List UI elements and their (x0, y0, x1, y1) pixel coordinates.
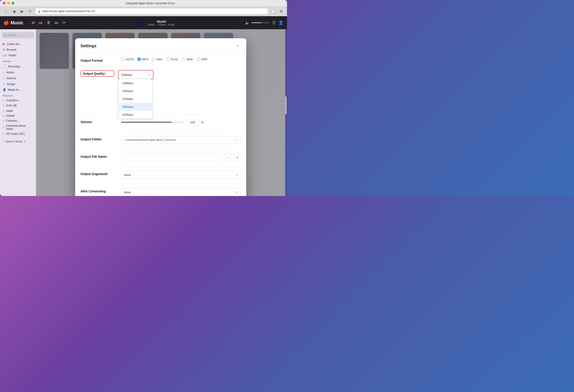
volume-row: Volume: 100 % (81, 119, 241, 127)
transport-controls: ⇄ ⏮ ⏸ ⏭ ⟳ (31, 19, 67, 27)
sidebar-label-artists: Artists (6, 71, 14, 74)
browser-settings-button[interactable]: ⚙ (278, 8, 284, 14)
format-auto-option[interactable]: AUTO (121, 57, 134, 61)
sidebar-label-albums: Albums (6, 77, 16, 80)
quality-selected-value: 256kbps (121, 73, 132, 77)
search-box[interactable]: 🔍 Search (2, 32, 34, 38)
sidebar-item-listen-now[interactable]: ▶ Listen No... (0, 41, 36, 47)
output-format-label: Output Format: (81, 57, 121, 62)
format-mp3-radio[interactable] (137, 57, 141, 61)
sidebar-item-christmas[interactable]: ≡ Christma... (0, 118, 36, 123)
playlist-icon[interactable]: ☰ (272, 20, 276, 25)
format-aac-option[interactable]: AAC (152, 57, 163, 61)
sidebar-item-songs[interactable]: ♫ Songs (0, 81, 36, 87)
shuffle-button[interactable]: ⇄ (31, 19, 36, 26)
output-folder-label: Output Folder: (81, 136, 121, 141)
volume-fill (251, 22, 261, 23)
music-logo: 🍎 Music (4, 20, 23, 25)
format-aac-radio[interactable] (152, 57, 155, 61)
after-converting-select[interactable]: None ∨ (121, 188, 241, 196)
sidebar-item-audiobooks[interactable]: ≡ AudioBoo... (0, 98, 36, 103)
playlists-label: Playlists (0, 93, 36, 98)
prev-button[interactable]: ⏮ (38, 20, 43, 26)
track-title: Skyfall (148, 20, 175, 23)
output-quality-control: 256kbps ∨ 128kbps 192kbps 224kbps (118, 70, 241, 79)
sidebar-label-japanese: 日本の歌 (6, 104, 17, 108)
home-button[interactable]: ⌂ (3, 8, 9, 14)
format-flac-radio[interactable] (166, 57, 170, 61)
minimize-button[interactable] (7, 2, 10, 4)
quality-option-224[interactable]: 224kbps (119, 95, 152, 103)
modal-close-button[interactable]: × (235, 43, 241, 49)
quality-dropdown-highlight: 256kbps ∨ (118, 70, 154, 79)
sidebar-item-artists[interactable]: ♪ Artists (0, 69, 36, 75)
address-bar[interactable]: 🔒 https://music.apple.com/us/browse?l=en… (35, 8, 268, 14)
output-organized-select[interactable]: None ∨ (121, 171, 241, 179)
format-wav-option[interactable]: WAV (182, 57, 193, 61)
back-button[interactable]: ◀ (11, 8, 17, 14)
format-auto-radio[interactable] (121, 57, 125, 61)
track-info: Skyfall Adele — Skyfall - Single (148, 20, 175, 26)
format-mp3-option[interactable]: MP3 (137, 57, 148, 61)
folder-browse-button[interactable]: ··· (234, 136, 241, 144)
sidebar-label-made-for: Made fo... (8, 88, 21, 91)
next-button[interactable]: ⏭ (54, 20, 60, 26)
right-scrollbar[interactable] (285, 29, 287, 196)
organized-chevron-icon: ∨ (236, 173, 238, 176)
volume-value[interactable]: 100 (186, 119, 199, 126)
volume-slider-fill (121, 122, 171, 123)
format-wav-radio[interactable] (182, 57, 185, 61)
output-filename-control: ← ∨ (121, 154, 241, 161)
filename-input[interactable] (121, 154, 223, 161)
organized-divider (81, 166, 241, 166)
sidebar-item-christmas-video[interactable]: ≡ Christmas Music Video (0, 123, 36, 131)
history-button[interactable]: 🕐 (270, 8, 276, 14)
maximize-button[interactable] (12, 2, 14, 4)
folder-path-input[interactable]: .../cuments/Ukeysoft Apple Music Convert… (121, 136, 232, 144)
repeat-button[interactable]: ⟳ (62, 19, 67, 26)
songs-icon: ♫ (3, 82, 5, 86)
adele-icon: ≡ (3, 109, 4, 113)
sidebar-item-akb48[interactable]: ≡ AKB48 (0, 113, 36, 118)
sidebar-item-japanese[interactable]: ≡ 日本の歌 (0, 103, 36, 108)
search-placeholder: Search (8, 34, 17, 37)
forward-button[interactable]: ▶ (19, 8, 25, 14)
format-aiff-option[interactable]: AIFF (197, 57, 207, 61)
format-mp3-label: MP3 (142, 58, 148, 61)
output-filename-label: Output File Name: (81, 154, 121, 158)
quality-option-320[interactable]: 320kbps (119, 111, 152, 118)
quality-select[interactable]: 256kbps ∨ (119, 71, 153, 78)
recently-icon: 🕐 (3, 65, 6, 68)
sidebar-item-recently[interactable]: 🕐 Recently... (0, 63, 36, 69)
open-in-music[interactable]: ♪ Open in Music ↗ (0, 138, 36, 145)
close-button[interactable] (3, 2, 5, 4)
volume-area: 🔈 (245, 21, 269, 25)
sidebar-item-radio[interactable]: ((•)) Radio (0, 52, 36, 58)
sidebar-item-adele[interactable]: ≡ Adele (0, 108, 36, 113)
volume-slider[interactable] (251, 22, 269, 23)
sidebar-item-made-for[interactable]: 👤 Made fo... (0, 87, 36, 93)
window-title: Ukeysoft Apple Music Converter 8.6.6 (16, 1, 284, 5)
output-format-row: Output Format: AUTO (81, 57, 241, 65)
refresh-button[interactable]: ↻ (27, 8, 33, 14)
sidebar-item-browse[interactable]: ⊞ Browse (0, 47, 36, 52)
quality-option-192[interactable]: 192kbps (119, 87, 152, 95)
quality-option-256[interactable]: 256kbps (119, 103, 152, 111)
filename-arrow-button[interactable]: ∨ (234, 154, 241, 161)
sidebar-item-hit-tracks[interactable]: ≡ Hit Tracks 2021 (0, 131, 36, 136)
after-converting-value: None (124, 191, 131, 194)
quality-option-128[interactable]: 128kbps (119, 79, 152, 87)
artists-icon: ♪ (3, 70, 4, 74)
filename-back-button[interactable]: ← (225, 154, 232, 161)
title-bar: Ukeysoft Apple Music Converter 8.6.6 (0, 0, 287, 6)
christmas-icon: ≡ (3, 119, 4, 122)
user-avatar-icon[interactable]: 👤 (278, 20, 283, 25)
play-pause-button[interactable]: ⏸ (45, 19, 52, 27)
sidebar-label-radio: Radio (9, 54, 17, 57)
format-flac-option[interactable]: FLAC (166, 57, 178, 61)
sidebar-item-albums[interactable]: □ Albums (0, 75, 36, 81)
akb48-icon: ≡ (3, 114, 4, 118)
volume-slider-bar[interactable] (121, 122, 184, 123)
sidebar-label-songs: Songs (7, 82, 15, 86)
format-aiff-radio[interactable] (197, 57, 200, 61)
